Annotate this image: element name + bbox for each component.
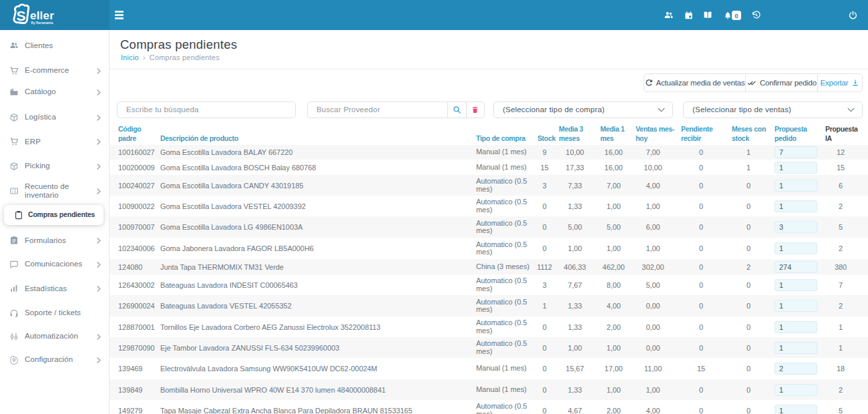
svg-text:eller: eller <box>30 9 54 22</box>
svg-text:By Recamania: By Recamania <box>31 21 53 25</box>
svg-text:S: S <box>17 8 26 23</box>
